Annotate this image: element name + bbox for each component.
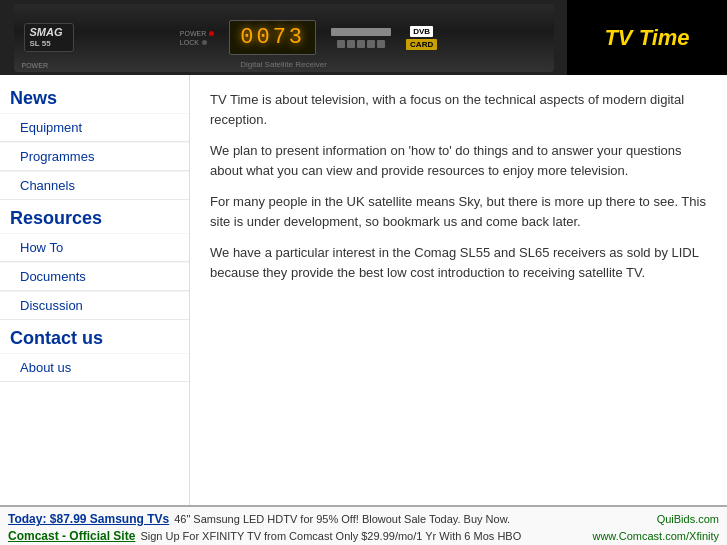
header: SMAG SL 55 POWER LOCK 0073: [0, 0, 727, 75]
sidebar-item-equipment[interactable]: Equipment: [0, 113, 189, 142]
ad-row-0: Today: $87.99 Samsung TVs 46" Samsung LE…: [8, 512, 719, 526]
sidebar-section-resources: Resources: [0, 200, 189, 233]
content-para-2: For many people in the UK satellite mean…: [210, 192, 707, 231]
lock-dot: [202, 40, 207, 45]
power-dot: [209, 31, 214, 36]
sidebar-item-documents[interactable]: Documents: [0, 262, 189, 291]
device-subtitle: Digital Satellite Receiver: [240, 60, 327, 69]
sidebar-item-channels[interactable]: Channels: [0, 171, 189, 200]
device-controls: POWER LOCK 0073: [74, 20, 544, 55]
sidebar-item-programmes[interactable]: Programmes: [0, 142, 189, 171]
power-lock-indicators: POWER LOCK: [180, 30, 214, 46]
sidebar-section-contact: Contact us: [0, 320, 189, 353]
display-screen: 0073: [229, 20, 316, 55]
ad-link-1[interactable]: www.Comcast.com/Xfinity: [592, 530, 719, 542]
sidebar-section-news: News: [0, 80, 189, 113]
ad-row-1: Comcast - Official Site Sign Up For XFIN…: [8, 529, 719, 543]
device-logo: SMAG SL 55: [24, 23, 74, 52]
device-image: SMAG SL 55 POWER LOCK 0073: [14, 4, 554, 72]
ad-brand-0[interactable]: Today: $87.99 Samsung TVs: [8, 512, 169, 526]
ad-bar: Today: $87.99 Samsung TVs 46" Samsung LE…: [0, 505, 727, 545]
sidebar-item-aboutus[interactable]: About us: [0, 353, 189, 382]
ad-link-0[interactable]: QuiBids.com: [657, 513, 719, 525]
lock-indicator: LOCK: [180, 39, 214, 46]
dvb-badge: DVB CARD: [406, 26, 437, 50]
content-para-0: TV Time is about television, with a focu…: [210, 90, 707, 129]
content-para-3: We have a particular interest in the Com…: [210, 243, 707, 282]
power-indicator: POWER: [180, 30, 214, 37]
header-title: TV Time: [567, 0, 727, 75]
ad-brand-1[interactable]: Comcast - Official Site: [8, 529, 135, 543]
sidebar: News Equipment Programmes Channels Resou…: [0, 75, 190, 505]
content-area: TV Time is about television, with a focu…: [190, 75, 727, 505]
brand-name: SMAG: [30, 26, 68, 39]
dvb-logo: DVB: [410, 26, 433, 37]
sidebar-item-howto[interactable]: How To: [0, 233, 189, 262]
ad-text-0: 46" Samsung LED HDTV for 95% Off! Blowou…: [174, 513, 651, 525]
device-power-label: POWER: [22, 62, 48, 69]
sidebar-item-discussion[interactable]: Discussion: [0, 291, 189, 320]
content-para-1: We plan to present information on 'how t…: [210, 141, 707, 180]
card-badge: CARD: [406, 39, 437, 50]
model-name: SL 55: [30, 39, 68, 49]
power-label: POWER: [180, 30, 206, 37]
device-panel: SMAG SL 55 POWER LOCK 0073: [0, 0, 567, 75]
lock-label: LOCK: [180, 39, 199, 46]
site-title: TV Time: [604, 25, 689, 51]
ad-text-1: Sign Up For XFINITY TV from Comcast Only…: [140, 530, 587, 542]
main-container: News Equipment Programmes Channels Resou…: [0, 75, 727, 505]
